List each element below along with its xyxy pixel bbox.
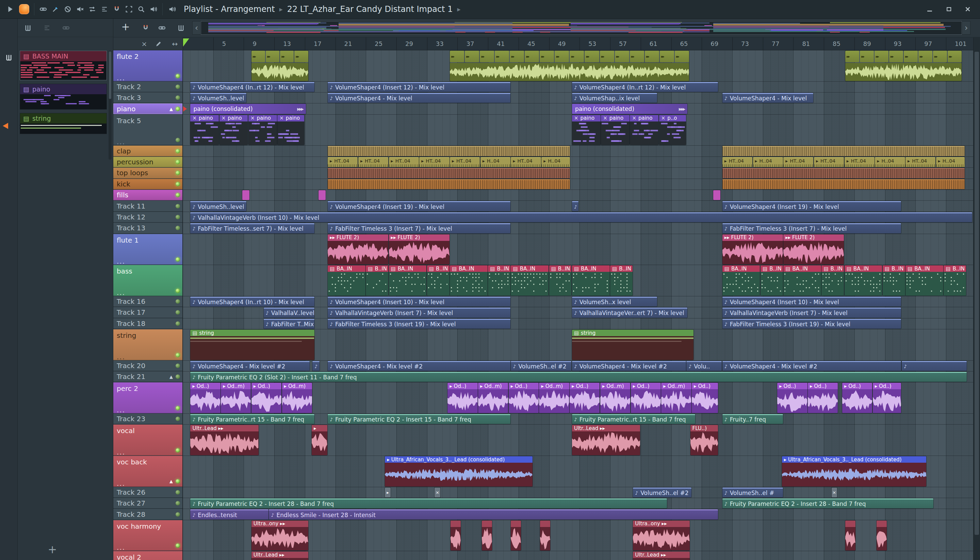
clip[interactable]: ♪ValhallaVintageVerb (Insert 10) - Mix l… bbox=[190, 212, 972, 222]
track-header-string[interactable]: string... bbox=[113, 329, 182, 360]
playlist-picker-icon[interactable] bbox=[175, 22, 187, 34]
vertical-scrollbar-thumb[interactable] bbox=[975, 52, 979, 535]
clip[interactable]: ♪VolumeSh..level bbox=[190, 201, 246, 211]
clip[interactable]: paino (consolidated)▸▸▸ bbox=[572, 104, 687, 113]
clip[interactable] bbox=[540, 520, 550, 551]
track-header-track-26[interactable]: Track 26 bbox=[113, 487, 182, 498]
clip[interactable]: ▸ Od..) bbox=[631, 383, 661, 413]
track-mute-led[interactable] bbox=[176, 226, 180, 230]
clip[interactable]: ▸H..04 bbox=[542, 157, 570, 167]
clip[interactable]: ▤BA..IN bbox=[845, 265, 882, 296]
track-mute-led[interactable] bbox=[176, 543, 180, 548]
clip[interactable] bbox=[328, 146, 570, 156]
picker-sources-filter-icon[interactable] bbox=[41, 22, 53, 34]
clip[interactable]: ♪VolumeSh..level bbox=[190, 93, 246, 103]
playlist-add-button[interactable]: + bbox=[120, 21, 132, 33]
track-options-dots[interactable]: ... bbox=[117, 75, 125, 81]
track-options-dots[interactable]: ... bbox=[117, 544, 125, 550]
track-header-track-21[interactable]: Track 21▲ bbox=[113, 372, 182, 382]
clip[interactable]: ▸H..04 bbox=[875, 157, 905, 167]
clip[interactable]: ▤BA..IN bbox=[783, 265, 821, 296]
clip[interactable]: ♪VolumeShaper4 - Mix level #2 bbox=[328, 361, 510, 371]
clip[interactable]: ♪ bbox=[902, 361, 967, 371]
cut-icon[interactable]: × bbox=[632, 115, 636, 121]
clip[interactable] bbox=[722, 179, 965, 189]
clip[interactable] bbox=[242, 190, 250, 200]
clip[interactable] bbox=[450, 520, 461, 551]
clip[interactable]: ▸ bbox=[385, 488, 390, 497]
collapse-arrow-icon[interactable]: ▲ bbox=[170, 106, 173, 111]
track-mute-led[interactable] bbox=[176, 375, 180, 379]
clip[interactable]: ▤B..IN bbox=[760, 265, 783, 296]
playlist-snap-icon[interactable] bbox=[140, 22, 152, 34]
clip[interactable]: Ultr..Lead ▸▸ bbox=[572, 425, 640, 455]
track-header-track-20[interactable]: Track 20 bbox=[113, 361, 182, 371]
clip[interactable]: Ultr..Lead ▸▸ bbox=[633, 552, 690, 560]
clip[interactable] bbox=[722, 146, 965, 156]
track-mute-led[interactable] bbox=[176, 149, 180, 153]
clip[interactable]: ▤B..IN bbox=[883, 265, 905, 296]
clip[interactable]: ▤BA..IN bbox=[450, 265, 488, 296]
clip[interactable]: ▤BA..IN bbox=[389, 265, 427, 296]
clip[interactable]: × bbox=[435, 488, 440, 497]
clip[interactable]: ♪VolumeShaper4 (In..rt 10) - Mix level bbox=[190, 297, 314, 307]
track-options-dots[interactable]: ... bbox=[117, 258, 125, 264]
clip[interactable]: paino (consolidated)▸▸▸ bbox=[190, 104, 305, 113]
track-mute-led[interactable] bbox=[176, 182, 180, 186]
clip[interactable]: ♪Fruity Parametric EQ 2 - Insert 28 - Ba… bbox=[190, 498, 667, 508]
clip[interactable]: ▸ Od..m) bbox=[282, 383, 312, 413]
clip[interactable]: ▸HT..04 bbox=[450, 157, 480, 167]
track-mute-led[interactable] bbox=[176, 417, 180, 421]
minimize-button[interactable] bbox=[920, 2, 939, 16]
cut-icon[interactable]: × bbox=[603, 115, 607, 121]
track-mute-led[interactable] bbox=[176, 288, 180, 293]
clip[interactable]: Ultra..ony ▸▸ bbox=[252, 520, 308, 551]
clip[interactable] bbox=[845, 520, 855, 551]
track-header-flute-2[interactable]: flute 2... bbox=[113, 50, 182, 81]
track-header-track-3[interactable]: Track 3 bbox=[113, 93, 182, 103]
scroll-left-button[interactable]: ‹ bbox=[192, 21, 201, 35]
scroll-right-button[interactable]: › bbox=[962, 21, 970, 35]
clip[interactable]: ▸HT..04 bbox=[722, 157, 752, 167]
picker-patterns-filter-icon[interactable] bbox=[22, 22, 34, 34]
track-mute-led[interactable] bbox=[176, 74, 180, 78]
clip[interactable]: ♪Fruity Parametric EQ 2 - Insert 28 - Ba… bbox=[722, 498, 933, 508]
timeline-ruler[interactable]: 5913172125293337414549535761656973778185… bbox=[183, 37, 973, 50]
track-header-track-27[interactable]: Track 27 bbox=[113, 498, 182, 508]
clip[interactable]: ♪Fruity Parametric..rt 15 - Band 7 freq bbox=[572, 414, 695, 424]
clip[interactable]: ▸H..04 bbox=[480, 157, 510, 167]
clip[interactable]: ♪VolumeShaper4 (Insert 19) - Mix level bbox=[722, 201, 902, 211]
clip[interactable]: ▸ Od..) bbox=[808, 383, 838, 413]
clip[interactable]: ♪VolumeShaper4 - Mix level #2 bbox=[190, 361, 310, 371]
clip[interactable]: ▸ Od..m) bbox=[539, 383, 569, 413]
clip[interactable] bbox=[318, 190, 326, 200]
clip[interactable]: ♪ValhallaVintageVerb (Insert 7) - Mix le… bbox=[328, 308, 510, 317]
clip[interactable]: ×paino bbox=[277, 115, 304, 145]
cut-icon[interactable]: × bbox=[574, 115, 578, 121]
track-mute-led[interactable] bbox=[176, 490, 180, 494]
track-mute-led[interactable] bbox=[176, 215, 180, 219]
clip[interactable]: ▤B..IN bbox=[427, 265, 450, 296]
clip[interactable]: ▤BA..IN bbox=[905, 265, 943, 296]
clip[interactable]: ♪VolumeShaper4 - Mix level #2 bbox=[722, 361, 902, 371]
snap-magnet-icon[interactable] bbox=[111, 3, 123, 15]
clip[interactable]: ▤B..IN bbox=[943, 265, 966, 296]
track-options-dots[interactable]: ... bbox=[117, 480, 125, 487]
track-mute-led[interactable] bbox=[176, 501, 180, 505]
clip[interactable]: ▸HT..04 bbox=[328, 157, 358, 167]
track-header-voc-harmony[interactable]: voc harmony... bbox=[113, 520, 182, 551]
slide-tool-icon[interactable] bbox=[37, 3, 49, 15]
song-start-marker-icon[interactable] bbox=[183, 38, 189, 47]
track-lane[interactable] bbox=[183, 487, 973, 498]
track-header-kick[interactable]: kick bbox=[113, 179, 182, 190]
track-mute-led[interactable] bbox=[176, 448, 180, 452]
track-options-dots[interactable]: ... bbox=[117, 449, 125, 455]
track-mute-led[interactable] bbox=[176, 512, 180, 517]
track-mute-led[interactable] bbox=[176, 193, 180, 197]
playlist-overview-scrollbar[interactable]: ‹ › bbox=[192, 21, 970, 35]
clip[interactable]: ×paino bbox=[630, 115, 658, 145]
clip[interactable] bbox=[713, 190, 720, 200]
track-mute-led[interactable] bbox=[176, 479, 180, 483]
cut-icon[interactable]: × bbox=[279, 115, 284, 121]
clip[interactable]: ▤BA..IN bbox=[328, 265, 365, 296]
